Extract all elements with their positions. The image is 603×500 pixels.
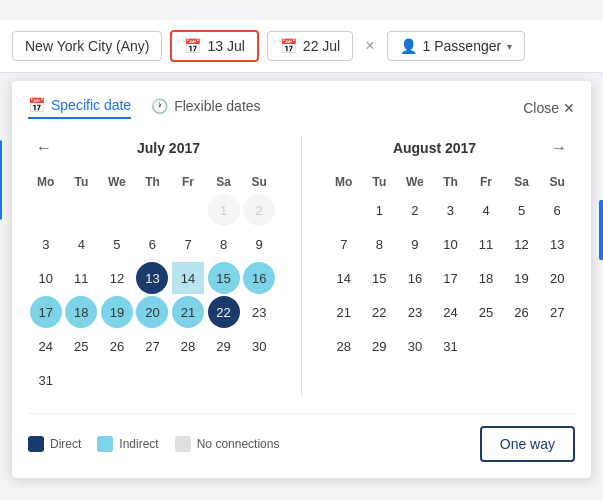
day-cell[interactable]: 20 — [136, 296, 168, 328]
day-cell[interactable]: 26 — [506, 296, 538, 328]
day-cell[interactable]: 9 — [243, 228, 275, 260]
day-cell[interactable]: 7 — [172, 228, 204, 260]
table-row: 28293031 — [326, 329, 575, 363]
flexible-dates-tab[interactable]: 🕐 Flexible dates — [151, 98, 260, 118]
day-cell[interactable]: 25 — [65, 330, 97, 362]
one-way-button[interactable]: One way — [480, 426, 575, 462]
origin-field[interactable]: New York City (Any) — [12, 31, 162, 61]
day-cell[interactable]: 23 — [243, 296, 275, 328]
table-cell: 12 — [99, 261, 135, 295]
day-cell[interactable]: 16 — [243, 262, 275, 294]
day-cell[interactable]: 3 — [434, 194, 466, 226]
calendar-icon: 📅 — [184, 38, 201, 54]
day-cell[interactable]: 5 — [506, 194, 538, 226]
departure-date-field[interactable]: 📅 13 Jul — [170, 30, 258, 62]
day-cell[interactable]: 17 — [434, 262, 466, 294]
weekday-tu: Tu — [64, 171, 100, 193]
passengers-field[interactable]: 👤 1 Passenger ▾ — [387, 31, 526, 61]
day-cell[interactable]: 29 — [363, 330, 395, 362]
day-cell[interactable]: 4 — [470, 194, 502, 226]
day-cell[interactable]: 20 — [541, 262, 573, 294]
day-cell[interactable]: 5 — [101, 228, 133, 260]
day-cell[interactable]: 3 — [30, 228, 62, 260]
day-cell[interactable]: 10 — [30, 262, 62, 294]
day-cell[interactable]: 30 — [243, 330, 275, 362]
day-cell[interactable]: 10 — [434, 228, 466, 260]
passengers-label: 1 Passenger — [423, 38, 502, 54]
prev-month-button[interactable]: ← — [28, 135, 60, 161]
day-cell[interactable]: 30 — [399, 330, 431, 362]
day-cell[interactable]: 23 — [399, 296, 431, 328]
day-cell[interactable]: 2 — [399, 194, 431, 226]
day-cell[interactable]: 27 — [136, 330, 168, 362]
remove-return-button[interactable]: × — [361, 35, 378, 57]
day-cell[interactable]: 13 — [136, 262, 168, 294]
day-cell[interactable]: 12 — [506, 228, 538, 260]
day-cell[interactable]: 14 — [328, 262, 360, 294]
chevron-down-icon: ▾ — [507, 41, 512, 52]
next-month-button[interactable]: → — [543, 135, 575, 161]
day-cell[interactable]: 25 — [470, 296, 502, 328]
day-cell[interactable]: 15 — [208, 262, 240, 294]
table-cell: 21 — [326, 295, 362, 329]
table-cell: 27 — [539, 295, 575, 329]
day-cell[interactable]: 31 — [30, 364, 62, 396]
table-row: 78910111213 — [326, 227, 575, 261]
table-row: 10111213141516 — [28, 261, 277, 295]
day-cell[interactable]: 21 — [328, 296, 360, 328]
day-cell[interactable]: 9 — [399, 228, 431, 260]
day-cell[interactable]: 11 — [65, 262, 97, 294]
day-cell[interactable]: 13 — [541, 228, 573, 260]
day-cell[interactable]: 28 — [172, 330, 204, 362]
day-cell[interactable]: 4 — [65, 228, 97, 260]
table-cell: 9 — [397, 227, 433, 261]
table-cell: 12 — [504, 227, 540, 261]
day-cell[interactable]: 19 — [101, 296, 133, 328]
table-cell: 13 — [135, 261, 171, 295]
day-cell[interactable]: 29 — [208, 330, 240, 362]
day-cell[interactable]: 6 — [541, 194, 573, 226]
table-row: 21222324252627 — [326, 295, 575, 329]
day-cell[interactable]: 14 — [172, 262, 204, 294]
close-button[interactable]: Close ✕ — [523, 100, 575, 116]
table-cell: 17 — [433, 261, 469, 295]
day-cell[interactable]: 22 — [208, 296, 240, 328]
sidebar-indicator — [0, 140, 2, 220]
day-cell[interactable]: 18 — [65, 296, 97, 328]
day-cell[interactable]: 6 — [136, 228, 168, 260]
table-cell — [241, 363, 277, 397]
day-cell[interactable]: 1 — [363, 194, 395, 226]
table-cell: 1 — [362, 193, 398, 227]
day-cell[interactable]: 12 — [101, 262, 133, 294]
day-cell[interactable]: 16 — [399, 262, 431, 294]
day-cell[interactable]: 31 — [434, 330, 466, 362]
day-cell[interactable]: 7 — [328, 228, 360, 260]
table-cell: 31 — [433, 329, 469, 363]
day-cell[interactable]: 21 — [172, 296, 204, 328]
day-cell[interactable]: 18 — [470, 262, 502, 294]
specific-date-tab[interactable]: 📅 Specific date — [28, 97, 131, 119]
return-date-field[interactable]: 📅 22 Jul — [267, 31, 353, 61]
day-cell[interactable]: 17 — [30, 296, 62, 328]
day-cell[interactable]: 24 — [434, 296, 466, 328]
table-cell: 8 — [206, 227, 242, 261]
day-cell[interactable]: 11 — [470, 228, 502, 260]
table-cell: 24 — [433, 295, 469, 329]
august-title: August 2017 — [326, 140, 543, 156]
day-cell[interactable]: 27 — [541, 296, 573, 328]
aug-weekday-fr: Fr — [468, 171, 504, 193]
table-cell: 16 — [397, 261, 433, 295]
day-cell[interactable]: 19 — [506, 262, 538, 294]
day-cell[interactable]: 22 — [363, 296, 395, 328]
day-cell[interactable]: 8 — [208, 228, 240, 260]
table-cell: 29 — [206, 329, 242, 363]
day-cell[interactable]: 28 — [328, 330, 360, 362]
day-cell[interactable]: 8 — [363, 228, 395, 260]
weekday-mo: Mo — [28, 171, 64, 193]
day-cell[interactable]: 24 — [30, 330, 62, 362]
table-cell: 28 — [326, 329, 362, 363]
table-cell: 22 — [362, 295, 398, 329]
day-cell[interactable]: 26 — [101, 330, 133, 362]
table-cell: 16 — [241, 261, 277, 295]
day-cell[interactable]: 15 — [363, 262, 395, 294]
